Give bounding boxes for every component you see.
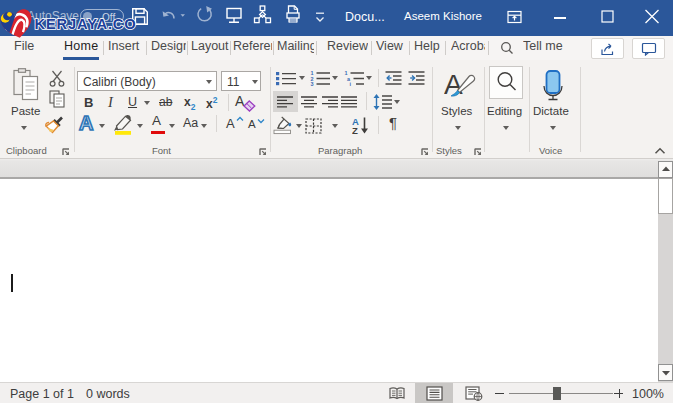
svg-text:KERJAYA.CO: KERJAYA.CO	[35, 16, 137, 32]
svg-text:Z: Z	[352, 125, 358, 136]
svg-text:3: 3	[311, 81, 314, 86]
svg-text:i: i	[350, 81, 352, 86]
